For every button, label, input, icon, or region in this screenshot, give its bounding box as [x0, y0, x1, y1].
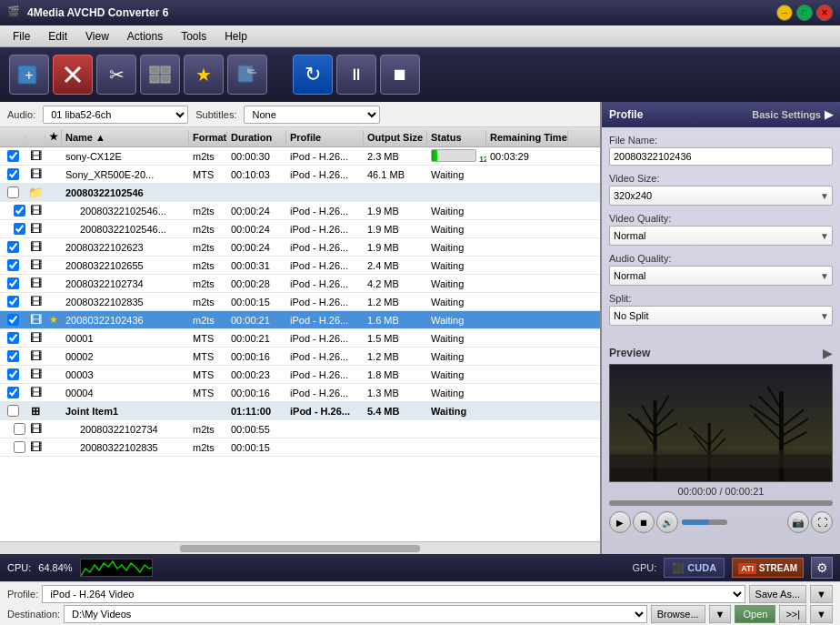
- minimize-button[interactable]: ─: [776, 5, 793, 21]
- menu-tools[interactable]: Tools: [172, 28, 215, 45]
- col-profile-header[interactable]: Profile: [286, 130, 364, 145]
- list-item[interactable]: 🎞 20080322102655 m2ts 00:00:31 iPod - H.…: [0, 257, 600, 275]
- row-duration: 00:00:24: [227, 223, 286, 236]
- row-profile: iPod - H.26...: [286, 241, 364, 254]
- profile-select[interactable]: iPod - H.264 Video: [42, 585, 745, 603]
- play-button[interactable]: ▶: [609, 511, 631, 533]
- save-as-button[interactable]: Save As...: [749, 585, 807, 603]
- arrow-button[interactable]: >>|: [779, 605, 806, 623]
- row-checkbox[interactable]: [7, 150, 19, 162]
- list-item[interactable]: 🎞 20080322102734 m2ts 00:00:55: [0, 420, 600, 439]
- profile-arrow[interactable]: ▶: [825, 108, 833, 121]
- browse-button[interactable]: Browse...: [651, 605, 705, 623]
- file-list-body[interactable]: 🎞 sony-CX12E m2ts 00:00:30 iPod - H.26..…: [0, 147, 600, 541]
- cuda-button[interactable]: ⬛ CUDA: [664, 558, 725, 578]
- settings-button[interactable]: ⚙: [811, 557, 833, 579]
- maximize-button[interactable]: □: [796, 5, 813, 21]
- snapshot-button[interactable]: 📷: [787, 511, 809, 533]
- row-checkbox[interactable]: [7, 405, 19, 417]
- row-checkbox[interactable]: [7, 350, 19, 362]
- list-item[interactable]: 🎞 00002 MTS 00:00:16 iPod - H.26... 1.2 …: [0, 348, 600, 366]
- menu-actions[interactable]: Actions: [118, 28, 172, 45]
- audio-quality-select[interactable]: Normal: [609, 266, 833, 286]
- list-item[interactable]: 🎞 ★ 20080322102436 m2ts 00:00:21 iPod - …: [0, 311, 600, 329]
- list-item[interactable]: 🎞 20080322102835 m2ts 00:00:15: [0, 439, 600, 457]
- subtitle-select[interactable]: None: [244, 106, 380, 124]
- col-status-header[interactable]: Status: [427, 130, 486, 145]
- row-checkbox[interactable]: [7, 241, 19, 253]
- add-button[interactable]: +: [9, 55, 49, 95]
- row-checkbox[interactable]: [14, 223, 25, 235]
- convert-button[interactable]: ↻: [293, 55, 333, 95]
- menu-file[interactable]: File: [4, 28, 39, 45]
- list-item[interactable]: 🎞 20080322102546... m2ts 00:00:24 iPod -…: [0, 220, 600, 238]
- col-duration-header[interactable]: Duration: [227, 130, 286, 145]
- col-format-header[interactable]: Format: [189, 130, 227, 145]
- col-remaining-header[interactable]: Remaining Time: [486, 130, 568, 145]
- preview-expand-icon[interactable]: ▶: [823, 346, 833, 360]
- row-checkbox[interactable]: [7, 168, 19, 180]
- open-button[interactable]: Open: [735, 605, 775, 623]
- arrow-dropdown-button[interactable]: ▼: [810, 605, 833, 623]
- audio-select[interactable]: 01 liba52-6ch: [43, 106, 188, 124]
- merge-button[interactable]: [140, 55, 180, 95]
- file-name-input[interactable]: [609, 147, 833, 166]
- cut-button[interactable]: ✂: [96, 55, 136, 95]
- pause-button[interactable]: ⏸: [336, 55, 376, 95]
- stream-button[interactable]: ATI STREAM: [732, 558, 804, 578]
- list-item[interactable]: 🎞 00003 MTS 00:00:23 iPod - H.26... 1.8 …: [0, 366, 600, 384]
- list-item[interactable]: 🎞 20080322102835 m2ts 00:00:15 iPod - H.…: [0, 293, 600, 311]
- horizontal-scrollbar[interactable]: [0, 541, 600, 554]
- list-item[interactable]: 🎞 00001 MTS 00:00:21 iPod - H.26... 1.5 …: [0, 329, 600, 348]
- row-checkbox[interactable]: [7, 186, 19, 198]
- row-checkbox[interactable]: [7, 368, 19, 380]
- row-checkbox[interactable]: [7, 259, 19, 271]
- list-item[interactable]: 🎞 Sony_XR500E-20... MTS 00:10:03 iPod - …: [0, 166, 600, 184]
- list-item[interactable]: 🎞 00004 MTS 00:00:16 iPod - H.26... 1.3 …: [0, 384, 600, 402]
- menu-edit[interactable]: Edit: [39, 28, 76, 45]
- list-item[interactable]: 📁 20080322102546: [0, 184, 600, 202]
- row-output: 1.6 MB: [364, 314, 427, 327]
- col-star-header[interactable]: ★: [45, 129, 62, 145]
- video-size-select[interactable]: 320x240: [609, 186, 833, 206]
- menu-view[interactable]: View: [76, 28, 118, 45]
- col-name-header[interactable]: Name ▲: [62, 130, 189, 145]
- bookmark-button[interactable]: ★: [184, 55, 224, 95]
- row-checkbox[interactable]: [7, 277, 19, 289]
- row-output: 1.9 MB: [364, 223, 427, 236]
- row-duration: 01:11:00: [227, 405, 286, 418]
- row-checkbox[interactable]: [7, 332, 19, 344]
- dest-select[interactable]: D:\My Videos: [64, 605, 647, 623]
- menu-help[interactable]: Help: [215, 28, 256, 45]
- export-button[interactable]: [227, 55, 267, 95]
- volume-slider[interactable]: [682, 519, 727, 525]
- video-quality-select[interactable]: Normal: [609, 226, 833, 246]
- list-item[interactable]: ⊞ Joint Item1 01:11:00 iPod - H.26... 5.…: [0, 402, 600, 420]
- save-dropdown-button[interactable]: ▼: [810, 585, 833, 603]
- fullscreen-button[interactable]: ⛶: [811, 511, 833, 533]
- close-button[interactable]: ✕: [816, 5, 833, 21]
- preview-seekbar[interactable]: [609, 500, 833, 506]
- browse-dropdown-button[interactable]: ▼: [709, 605, 732, 623]
- list-item[interactable]: 🎞 sony-CX12E m2ts 00:00:30 iPod - H.26..…: [0, 147, 600, 166]
- volume-button[interactable]: 🔊: [656, 511, 678, 533]
- row-checkbox[interactable]: [7, 296, 19, 307]
- row-format: m2ts: [189, 441, 227, 454]
- stop-ctrl-button[interactable]: ⏹: [633, 511, 655, 533]
- remove-button[interactable]: [53, 55, 93, 95]
- row-checkbox[interactable]: [14, 423, 25, 435]
- row-checkbox[interactable]: [14, 441, 25, 453]
- col-output-header[interactable]: Output Size: [364, 130, 427, 145]
- split-select[interactable]: No Split: [609, 306, 833, 326]
- row-output: [364, 447, 427, 449]
- list-item[interactable]: 🎞 20080322102623 m2ts 00:00:24 iPod - H.…: [0, 238, 600, 257]
- list-item[interactable]: 🎞 20080322102734 m2ts 00:00:28 iPod - H.…: [0, 275, 600, 293]
- row-checkbox[interactable]: [7, 314, 19, 326]
- row-name: 20080322102835: [62, 296, 189, 308]
- row-checkbox[interactable]: [7, 387, 19, 398]
- col-check-header: [0, 136, 25, 139]
- stop-button[interactable]: ⏹: [380, 55, 420, 95]
- row-status: Waiting: [427, 259, 486, 272]
- list-item[interactable]: 🎞 20080322102546... m2ts 00:00:24 iPod -…: [0, 202, 600, 220]
- row-checkbox[interactable]: [14, 205, 25, 217]
